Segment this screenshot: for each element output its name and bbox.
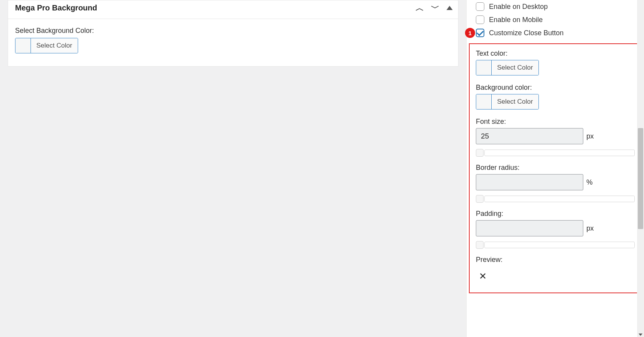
border-radius-slider[interactable]: [476, 195, 635, 203]
font-size-field: Font size: px: [476, 118, 635, 157]
sidebar: Enable on Desktop Enable on Mobile 1 Cus…: [466, 0, 644, 337]
mega-pro-background-panel: Mega Pro Background ︿ ﹀ Select Backgroun…: [8, 0, 458, 67]
enable-mobile-label: Enable on Mobile: [489, 16, 543, 24]
border-radius-unit: %: [586, 178, 593, 186]
slider-handle[interactable]: [476, 195, 484, 203]
slider-track: [484, 242, 635, 248]
slider-track: [484, 196, 635, 202]
slider-handle[interactable]: [476, 149, 484, 157]
panel-body: Select Background Color: Select Color: [8, 19, 458, 66]
panel-header: Mega Pro Background ︿ ﹀: [8, 0, 458, 19]
close-icon: ✕: [476, 266, 635, 286]
chevron-down-icon[interactable]: ﹀: [431, 4, 440, 12]
padding-slider[interactable]: [476, 241, 635, 249]
color-swatch: [476, 60, 492, 75]
font-size-slider[interactable]: [476, 149, 635, 157]
close-bg-color-button[interactable]: Select Color: [476, 94, 539, 109]
enable-desktop-row[interactable]: Enable on Desktop: [467, 0, 644, 13]
customize-close-label: Customize Close Button: [489, 29, 564, 37]
padding-row: px: [476, 220, 635, 236]
select-color-label: Select Color: [492, 60, 538, 75]
bg-color-label: Select Background Color:: [15, 27, 451, 35]
panel-actions: ︿ ﹀: [416, 4, 453, 12]
select-bg-color-button[interactable]: Select Color: [15, 38, 78, 53]
text-color-label: Text color:: [476, 50, 635, 58]
bg-color-label: Background color:: [476, 84, 635, 92]
enable-mobile-row[interactable]: Enable on Mobile: [467, 13, 644, 26]
preview-label: Preview:: [476, 256, 635, 264]
border-radius-input[interactable]: [476, 174, 583, 190]
close-button-settings: Text color: Select Color Background colo…: [469, 43, 642, 293]
text-color-field: Text color: Select Color: [476, 50, 635, 77]
font-size-row: px: [476, 128, 635, 144]
border-radius-field: Border radius: %: [476, 164, 635, 203]
slider-handle[interactable]: [476, 241, 484, 249]
slider-track: [484, 150, 635, 156]
enable-desktop-checkbox[interactable]: [476, 2, 484, 11]
color-swatch: [476, 94, 492, 109]
customize-close-checkbox[interactable]: [476, 29, 484, 37]
border-radius-label: Border radius:: [476, 164, 635, 172]
preview-field: Preview: ✕: [476, 256, 635, 286]
main-area: Mega Pro Background ︿ ﹀ Select Backgroun…: [0, 0, 466, 337]
collapse-icon[interactable]: [446, 6, 453, 10]
panel-title: Mega Pro Background: [15, 3, 97, 12]
bg-color-field: Background color: Select Color: [476, 84, 635, 111]
select-color-label: Select Color: [31, 38, 78, 53]
padding-unit: px: [586, 224, 594, 233]
padding-field: Padding: px: [476, 210, 635, 249]
customize-close-row[interactable]: 1 Customize Close Button: [467, 26, 644, 39]
text-color-button[interactable]: Select Color: [476, 60, 539, 75]
enable-mobile-checkbox[interactable]: [476, 15, 484, 24]
font-size-input[interactable]: [476, 128, 583, 144]
annotation-badge-1: 1: [465, 28, 475, 38]
scrollbar[interactable]: [637, 0, 644, 337]
border-radius-row: %: [476, 174, 635, 190]
scroll-down-icon[interactable]: [639, 334, 642, 336]
padding-label: Padding:: [476, 210, 635, 218]
scrollbar-thumb[interactable]: [638, 128, 643, 229]
chevron-up-icon[interactable]: ︿: [416, 4, 424, 12]
enable-desktop-label: Enable on Desktop: [489, 3, 548, 11]
padding-input[interactable]: [476, 220, 583, 236]
color-swatch: [15, 38, 31, 53]
font-size-label: Font size:: [476, 118, 635, 126]
select-color-label: Select Color: [492, 94, 538, 109]
font-size-unit: px: [586, 132, 594, 140]
